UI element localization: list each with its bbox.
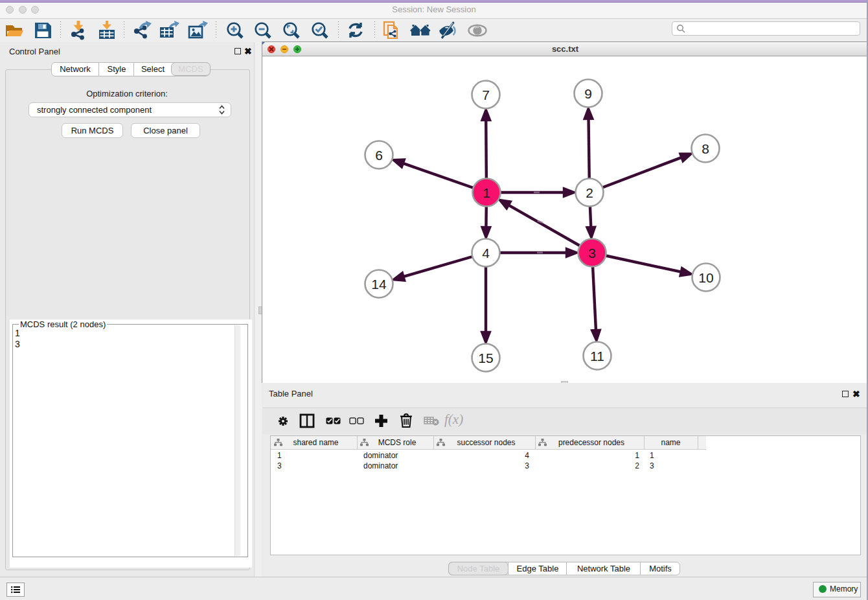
- svg-text:2: 2: [586, 185, 593, 200]
- svg-text:9: 9: [584, 86, 592, 101]
- svg-text:4: 4: [482, 246, 490, 260]
- svg-text:7: 7: [482, 87, 490, 102]
- svg-text:6: 6: [375, 148, 383, 163]
- svg-text:14: 14: [371, 277, 387, 292]
- svg-text:10: 10: [698, 270, 713, 285]
- svg-text:8: 8: [702, 141, 709, 156]
- svg-text:1: 1: [483, 185, 490, 200]
- svg-text:11: 11: [590, 349, 604, 363]
- svg-text:3: 3: [588, 246, 596, 260]
- svg-text:15: 15: [478, 351, 493, 365]
